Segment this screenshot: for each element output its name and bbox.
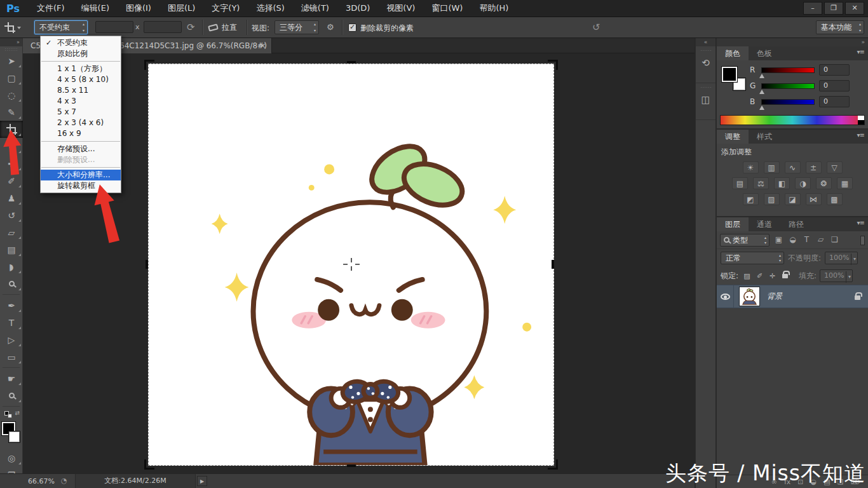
adjustment-selective-color-icon[interactable]: ⋈	[806, 193, 822, 205]
channel-G-value[interactable]: 0	[819, 80, 850, 92]
collapse-toolbar-icon[interactable]: »	[17, 39, 20, 45]
adjustment-hue-saturation-icon[interactable]: ▤	[732, 177, 748, 189]
menubar-item-1[interactable]: 编辑(E)	[73, 0, 118, 17]
crop-handle-top-left[interactable]	[144, 60, 154, 70]
adjustment-invert-icon[interactable]: ◩	[743, 193, 759, 205]
blur-tool[interactable]: ◗	[0, 258, 23, 275]
minimize-button[interactable]: –	[803, 2, 822, 15]
quick-mask-toggle[interactable]: ◎	[0, 449, 23, 466]
menubar-item-2[interactable]: 图像(I)	[118, 0, 159, 17]
tab-adjustments[interactable]: 调整	[717, 130, 749, 144]
crop-menu-item-3[interactable]: 1 x 1（方形）	[41, 64, 121, 74]
adjustment-curves-icon[interactable]: ∿	[785, 161, 801, 173]
shape-tool[interactable]: ▭	[0, 348, 23, 365]
history-brush-tool[interactable]: ↺	[0, 207, 23, 224]
adjustment-black-white-icon[interactable]: ◧	[774, 177, 790, 189]
tab-color[interactable]: 颜色	[717, 46, 749, 60]
menubar-item-6[interactable]: 滤镜(T)	[293, 0, 337, 17]
close-button[interactable]: ✕	[845, 2, 864, 15]
lock-position-icon[interactable]: ✛	[767, 271, 778, 281]
tab-paths[interactable]: 路径	[780, 217, 812, 231]
crop-handle-bottom-left[interactable]	[144, 459, 154, 470]
layers-list-empty-area[interactable]	[717, 308, 868, 475]
blend-mode-select[interactable]: 正常	[721, 252, 784, 264]
adjustment-photo-filter-icon[interactable]: ◑	[795, 177, 811, 189]
pen-tool[interactable]: ✒	[0, 297, 23, 314]
tab-channels[interactable]: 通道	[749, 217, 780, 231]
layer-filter-type-select[interactable]: 类型	[720, 234, 770, 247]
adjustment-exposure-icon[interactable]: ±	[806, 161, 822, 173]
crop-menu-item-8[interactable]: 2 x 3 (4 x 6)	[41, 118, 121, 128]
channel-B-value[interactable]: 0	[819, 96, 850, 107]
eraser-tool[interactable]: ▱	[0, 224, 23, 241]
zoom-level-value[interactable]: 66.67%	[28, 477, 55, 485]
straighten-button[interactable]: 拉直	[208, 20, 237, 34]
panel-menu-icon[interactable]: ▾≡	[857, 219, 864, 226]
layer-visibility-toggle[interactable]	[717, 285, 734, 308]
slider-thumb-icon[interactable]	[759, 105, 764, 110]
menubar-item-5[interactable]: 选择(S)	[248, 0, 292, 17]
hand-tool[interactable]: ☛	[0, 370, 23, 387]
channel-B-slider[interactable]	[761, 99, 815, 105]
adjustment-threshold-icon[interactable]: ◪	[785, 193, 801, 205]
crop-menu-item-1[interactable]: 原始比例	[41, 48, 121, 59]
color-swatches[interactable]	[0, 420, 23, 449]
crop-menu-item-9[interactable]: 16 x 9	[41, 128, 121, 139]
crop-menu-item-11[interactable]: 存储预设...	[41, 144, 121, 154]
crop-menu-item-14[interactable]: 大小和分辨率...	[41, 170, 121, 180]
tab-styles[interactable]: 样式	[749, 130, 780, 144]
lock-paint-icon[interactable]: ✐	[754, 271, 765, 281]
crop-menu-item-0[interactable]: ✓不受约束	[41, 37, 121, 48]
menubar-item-0[interactable]: 文件(F)	[29, 0, 73, 17]
slider-thumb-icon[interactable]	[759, 74, 764, 78]
crop-menu-item-7[interactable]: 5 x 7	[41, 107, 121, 118]
crop-options-gear-icon[interactable]: ⚙	[327, 22, 334, 32]
status-menu-arrow-icon[interactable]: ▶	[197, 476, 207, 486]
workspace-select[interactable]: 基本功能	[816, 20, 864, 34]
menubar-item-8[interactable]: 视图(V)	[378, 0, 423, 17]
reset-icon[interactable]: ↺	[592, 22, 600, 33]
panel-menu-icon[interactable]: ▾≡	[857, 48, 864, 55]
clone-stamp-tool[interactable]: ♟	[0, 189, 23, 207]
crop-menu-item-4[interactable]: 4 x 5 (8 x 10)	[41, 74, 121, 85]
adjustment-color-balance-icon[interactable]: ⚖	[753, 177, 769, 189]
tab-layers[interactable]: 图层	[717, 217, 749, 231]
crop-ratio-select[interactable]: 不受约束	[34, 20, 88, 34]
crop-menu-item-5[interactable]: 8.5 x 11	[41, 85, 121, 96]
overlay-select[interactable]: 三等分	[275, 20, 319, 34]
opacity-value[interactable]: 100%	[825, 252, 858, 264]
crop-handle-bottom[interactable]	[347, 464, 356, 467]
rect-marquee-tool[interactable]: ▢	[0, 69, 23, 86]
filter-shape-layers-icon[interactable]: ▱	[815, 234, 827, 246]
layer-thumbnail[interactable]	[739, 287, 760, 306]
adjustment-vibrance-icon[interactable]: ▽	[827, 161, 843, 173]
background-color-swatch[interactable]	[9, 431, 20, 442]
crop-handle-top[interactable]	[347, 61, 356, 64]
channel-G-slider[interactable]	[761, 83, 815, 89]
crop-handle-top-right[interactable]	[548, 60, 558, 70]
crop-handle-bottom-right[interactable]	[548, 459, 558, 470]
history-panel-button[interactable]: ⟲	[696, 46, 715, 83]
adjustment-brightness-contrast-icon[interactable]: ☀	[743, 161, 759, 173]
crop-menu-item-12[interactable]: 删除预设...	[41, 154, 121, 165]
channel-R-value[interactable]: 0	[819, 64, 850, 76]
delete-cropped-pixels-checkbox[interactable]	[348, 24, 356, 32]
tab-close-icon[interactable]: ×	[259, 38, 266, 53]
crop-handle-right[interactable]	[552, 260, 554, 269]
quick-selection-tool[interactable]: ✎	[0, 104, 23, 121]
lasso-tool[interactable]: ◌	[0, 86, 23, 104]
adjustment-color-lookup-icon[interactable]: ▦	[837, 177, 853, 189]
type-tool[interactable]: T	[0, 314, 23, 331]
expand-dock-icon[interactable]: «	[704, 39, 708, 45]
slider-thumb-icon[interactable]	[759, 90, 764, 94]
menubar-item-10[interactable]: 帮助(H)	[471, 0, 517, 17]
spectrum-black-chip[interactable]	[858, 120, 864, 125]
collapse-dock-icon[interactable]: »	[861, 39, 865, 45]
fill-value[interactable]: 100%	[820, 269, 853, 282]
dodge-tool[interactable]	[0, 275, 23, 292]
crop-height-input[interactable]	[144, 21, 182, 33]
tab-swatches[interactable]: 色板	[749, 46, 780, 60]
panel-menu-icon[interactable]: ▾≡	[857, 132, 864, 139]
crop-tool-preset-button[interactable]	[6, 21, 27, 34]
path-selection-tool[interactable]: ▷	[0, 331, 23, 348]
